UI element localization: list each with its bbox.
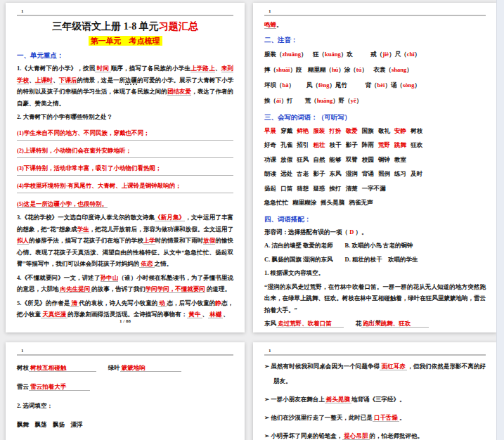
text-block: 2. 选词填空： xyxy=(17,399,233,413)
page-2: 1鸣蝉。二、注音：服装（zhuāng） 狂（kuáng）欢 戒（jiè）尺（ch… xyxy=(253,3,497,332)
answer-text: 黄牛 xyxy=(187,311,202,318)
text-run: 坪坝（ xyxy=(264,82,283,89)
answer-text: 习题汇总 xyxy=(159,21,198,32)
text-block: 3.《花的学校》一文选自印度诗人泰戈尔的散文诗集《新月集》，文中运用了丰富的想象… xyxy=(17,212,233,270)
answer-text: 荒野 xyxy=(378,141,390,148)
text-run: ） 凤（ xyxy=(288,82,318,89)
text-run: 2. 大青树下的小学有哪些特别之处？ xyxy=(17,113,112,120)
text-block: (3)下课特别，活动非常丰富，吸引了小动物们看热闹； xyxy=(17,163,233,176)
answer-text: hú xyxy=(332,66,338,73)
unit-subtitle: 第一单元 考点梳理 xyxy=(17,36,233,46)
answer-text: 向先生提问 xyxy=(59,285,92,293)
text-block: (1)学生来自不同的地方、不同民族，穿戴也不同； xyxy=(17,128,233,141)
text-block: C. 飘扬的国旗 湿润的东风 D. 粗壮的枝干 欢唱的学生 xyxy=(264,254,486,266)
answer-text: 拟人 xyxy=(17,237,29,245)
text-run: ）。 xyxy=(354,228,367,235)
text-block: ➢ 小明弄坏了同桌的铅笔盒， 提心吊胆 的，怕老师批评他。 xyxy=(264,429,486,440)
text-run: 1. 根据课文内容填空。 xyxy=(264,269,324,276)
text-run: 3.《花的学校》一文选自印度诗人泰戈尔的散文诗集 xyxy=(17,214,155,221)
answer-text: 服装 xyxy=(313,127,325,134)
answer-text: 早晨 xyxy=(264,127,276,134)
text-run: 、 xyxy=(202,311,209,318)
text-block: 5.《所见》的作者是 清 代的袁枚，诗人先写小牧童的 动 态，后写小牧童的静态，… xyxy=(17,297,233,321)
answer-text: chǐ xyxy=(407,51,415,58)
text-run: C. 飘扬的国旗 湿润的东风 D. 粗壮的枝干 欢唱的学生 xyxy=(264,256,418,263)
text-run: 边疆 xyxy=(125,77,137,85)
text-run: “湿润的东风走过荒野，在竹林中吹着口笛。一群一群的花从无人知道的地方突然跑出来，… xyxy=(264,283,486,313)
text-run: 穿戴 xyxy=(276,127,297,134)
text-block: 早晨 穿戴 鲜艳 服装 打扮 敬爱 国旗 敬礼 安静 树枝 xyxy=(264,124,486,138)
page-header-rule xyxy=(264,354,486,356)
answer-text: huāng xyxy=(317,97,333,104)
answer-text: yě xyxy=(351,97,356,104)
text-run: 飘舞 飘荡 飘扬 漂浮 xyxy=(17,421,83,428)
text-run: 扬起 口笛 猜想 疑惑 挨打 清楚 一字不漏 xyxy=(264,185,386,192)
text-run: ➢ 他们在沙漠里行走了一整天，此时已是 xyxy=(264,414,373,421)
answer-text: ái xyxy=(276,97,281,104)
text-run: 的情景，这是一所 xyxy=(77,77,125,84)
text-run: 第一单元 考点梳理 xyxy=(89,36,162,46)
answer-text: 簌簌地响 xyxy=(120,364,181,372)
answer-text: 天真烂漫 xyxy=(41,311,67,318)
answer-text: zhuāng xyxy=(283,51,301,58)
text-run: 树枝 xyxy=(406,127,422,134)
text-run: 的形象刻画得活灵活现。全诗描写的事物有： xyxy=(67,311,187,318)
text-block: 功课 放假 狂风 自然 能够 双臂 校园 铜钟 教室 xyxy=(264,153,486,167)
text-run: 地背诵《三字经》。 xyxy=(351,396,406,403)
text-run: 2. 选词填空： xyxy=(17,402,53,409)
text-run: ） 狂（ xyxy=(301,51,325,58)
text-run: ）尾竹 背（ xyxy=(330,82,377,89)
page-header-number: 1 xyxy=(269,348,486,354)
answer-text: 学生 xyxy=(77,226,89,233)
section-heading: 一、单元重点： xyxy=(17,51,233,60)
text-block: 服装（zhuāng） 狂（kuáng）欢 戒（jiè）尺（chǐ） xyxy=(264,47,486,62)
answer-text: 安静 xyxy=(394,127,406,134)
text-run: 急急忙忙 糊里糊涂 摇头晃脑 鸦雀无声 xyxy=(264,199,373,206)
text-run: 摔（ xyxy=(264,66,276,73)
text-block: 4.《不懂就要问》一文，讲述了孙中山（谁）小时候在私塾读书，为了弄懂书里说的意思… xyxy=(17,272,233,295)
text-run: ）涂（ xyxy=(338,66,356,73)
text-block: (5)这是一所边疆小学，也很特别。 xyxy=(17,198,233,210)
doc-title: 三年级语文上册 1-8 单元习题汇总 xyxy=(17,20,233,33)
text-block: 2. 大青树下的小学有哪些特别之处？ xyxy=(17,111,233,123)
page-header-rule xyxy=(264,15,486,16)
text-block: 扬起 口笛 猜想 疑惑 挨打 清楚 一字不漏 xyxy=(264,182,486,196)
answer-text: 提心吊胆 xyxy=(342,432,369,440)
text-run: 、 xyxy=(215,65,221,72)
text-block: 树枝 树枝互相碰触 绿叶 簌簌地响 xyxy=(17,361,233,375)
text-run: ➢ 虽然有时候我和同桌会因为一个问题争得 xyxy=(264,363,380,370)
text-run: 三年级语文上册 1-8 单元 xyxy=(52,21,159,32)
text-run: ） xyxy=(356,97,363,104)
page-1: 1三年级语文上册 1-8 单元习题汇总第一单元 考点梳理一、单元重点：1.《大青… xyxy=(6,3,245,332)
answer-text: 清 xyxy=(70,299,79,307)
text-block: 飘舞 飘荡 飘扬 漂浮 xyxy=(17,418,233,432)
page-content: 树枝 树枝互相碰触 绿叶 簌簌地响 雷云 雷云拍着大手 2. 选词填空：飘舞 飘… xyxy=(17,361,233,440)
text-block: “湿润的东风走过荒野，在竹林中吹着口笛。一群一群的花从无人知道的地方突然跑出来，… xyxy=(264,281,486,316)
answer-text: 口干舌燥 xyxy=(373,414,399,422)
text-block: 1.《大青树下的小学》，按照 时间 顺序，描写了各民族的小学生上学路上、来到学校… xyxy=(17,63,233,109)
text-run: 狂欢 xyxy=(406,141,422,148)
text-run: ）尺（ xyxy=(389,51,407,58)
text-run: ）跤 糊里糊（ xyxy=(290,66,332,73)
text-run: 四、词语搭配： xyxy=(264,216,311,223)
answer-text: (3)下课特别，活动非常丰富，吸引了小动物们看热闹； xyxy=(17,164,161,172)
answer-text: shuāi xyxy=(276,66,290,73)
text-run: 的故事，告诉了我们 xyxy=(91,285,146,292)
section-heading: 二、注音： xyxy=(264,36,486,45)
text-run: ） xyxy=(415,82,421,89)
text-run: ）诵（ xyxy=(385,82,403,89)
answer-text: 下课后 xyxy=(59,77,77,84)
answer-text: 时间 xyxy=(95,65,110,72)
text-block: 挨（ái）打 荒（huāng）野（yě） xyxy=(264,93,486,108)
answer-text: (2)上课特别，小动物们会在窗外安静地听； xyxy=(17,147,131,154)
text-block: 鸣蝉。 xyxy=(264,19,486,31)
text-run: 、 xyxy=(29,77,35,84)
answer-text: 《新月集》 xyxy=(155,214,185,221)
text-run: 朗读 远处 古老 影子 东风 湿润 背诵 照例 练习 及时 xyxy=(264,170,422,177)
text-run: 功课 放假 狂风 自然 能够 双臂 校园 铜钟 教室 xyxy=(264,156,406,163)
text-block: 形容词：选择搭配有误的一项（ D ）。 xyxy=(264,226,486,238)
page-number-footer: 1 / 88 xyxy=(6,318,245,324)
text-run: 服装（ xyxy=(264,51,283,58)
answer-text: 面红耳赤 xyxy=(380,363,407,370)
scrollbar[interactable] xyxy=(496,0,504,440)
